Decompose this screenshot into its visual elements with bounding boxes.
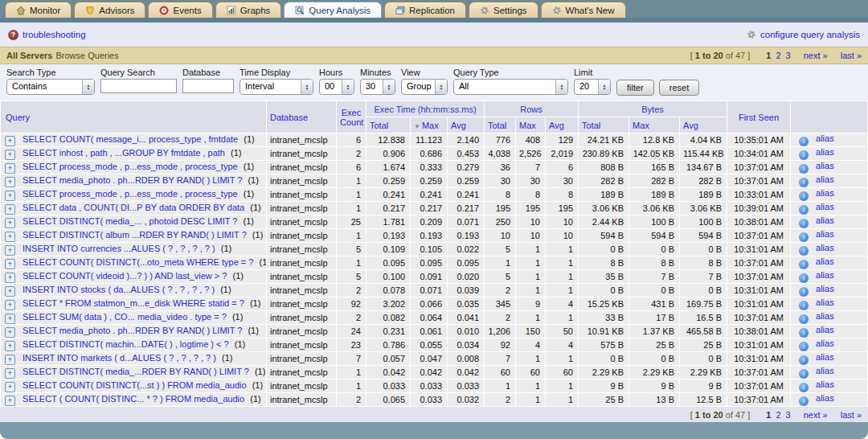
- sort-bytes-avg-header[interactable]: Avg: [683, 121, 698, 130]
- query-link[interactable]: SELECT ( COUNT( DISTINC... * ? ) FROM me…: [23, 394, 244, 404]
- expand-row-button[interactable]: +: [5, 163, 15, 174]
- sort-rows-avg-header[interactable]: Avg: [549, 121, 564, 130]
- time-display-select[interactable]: Interval ▲▼: [240, 79, 313, 95]
- alias-link[interactable]: alias: [816, 311, 834, 321]
- expand-row-button[interactable]: +: [5, 355, 15, 365]
- expand-row-button[interactable]: +: [5, 150, 15, 160]
- query-link[interactable]: INSERT INTO currencies ...ALUES ( ? , ? …: [23, 244, 215, 253]
- expand-row-button[interactable]: +: [5, 273, 15, 283]
- sort-query-header[interactable]: Query: [6, 113, 30, 122]
- sort-time-max-header[interactable]: Max: [422, 121, 439, 130]
- query-link[interactable]: SELECT DISTINCT( machin...DATE( ) , logt…: [23, 339, 229, 349]
- hours-select[interactable]: 00 ▲▼: [319, 79, 354, 95]
- sort-time-avg-header[interactable]: Avg: [451, 121, 466, 130]
- expand-row-button[interactable]: +: [5, 204, 15, 215]
- view-select[interactable]: Group ▲▼: [401, 79, 448, 95]
- query-link[interactable]: SELECT DISTINCT( album ...RDER BY RAND( …: [23, 230, 247, 240]
- configure-query-analysis-link[interactable]: configure query analysis: [760, 30, 860, 39]
- alias-link[interactable]: alias: [816, 393, 834, 403]
- query-link[interactable]: SELECT * FROM statmon_m...e_disk WHERE s…: [23, 298, 244, 308]
- tab-advisors[interactable]: Advisors: [74, 2, 145, 18]
- query-link[interactable]: SELECT COUNT( DISTINCT(...st ) ) FROM me…: [23, 380, 247, 390]
- tab-query-analysis[interactable]: Query Analysis: [284, 2, 382, 18]
- query-link[interactable]: SELECT SUM( data ) , CO... media_video .…: [23, 312, 227, 322]
- page-3-link[interactable]: 3: [786, 51, 791, 60]
- expand-row-button[interactable]: +: [5, 300, 15, 310]
- query-link[interactable]: SELECT COUNT( message_i... process_type …: [23, 134, 238, 144]
- last-page-link[interactable]: last »: [841, 410, 862, 420]
- alias-link[interactable]: alias: [816, 147, 834, 157]
- troubleshooting-link[interactable]: troubleshooting: [23, 30, 86, 39]
- sort-time-total-header[interactable]: Total: [370, 121, 388, 130]
- query-link[interactable]: INSERT INTO stocks ( da...ALUES ( ? , ? …: [23, 285, 215, 294]
- expand-row-button[interactable]: +: [5, 368, 15, 379]
- alias-link[interactable]: alias: [816, 133, 834, 143]
- alias-link[interactable]: alias: [816, 202, 834, 211]
- query-link[interactable]: INSERT INTO markets ( d...ALUES ( ? , ? …: [23, 353, 216, 363]
- alias-link[interactable]: alias: [816, 338, 834, 348]
- alias-link[interactable]: alias: [816, 297, 834, 307]
- alias-link[interactable]: alias: [816, 270, 834, 280]
- alias-link[interactable]: alias: [816, 284, 834, 293]
- alias-link[interactable]: alias: [816, 174, 834, 184]
- query-link[interactable]: SELECT COUNT( videoid )...? ) ) AND last…: [23, 271, 227, 281]
- tab-replication[interactable]: Replication: [384, 2, 466, 18]
- query-link[interactable]: SELECT media_photo . ph...RDER BY RAND( …: [23, 175, 242, 185]
- alias-link[interactable]: alias: [816, 256, 834, 266]
- sort-rows-total-header[interactable]: Total: [488, 121, 506, 130]
- sort-bytes-total-header[interactable]: Total: [582, 121, 600, 130]
- query-link[interactable]: SELECT data , COUNT( DI...P BY data ORDE…: [23, 203, 244, 212]
- query-link[interactable]: SELECT media_photo . ph...RDER BY RAND( …: [23, 326, 242, 335]
- limit-select[interactable]: 20 ▲▼: [574, 79, 611, 95]
- alias-link[interactable]: alias: [816, 215, 834, 225]
- reset-button[interactable]: reset: [659, 80, 699, 96]
- expand-row-button[interactable]: +: [5, 314, 15, 324]
- expand-row-button[interactable]: +: [5, 382, 15, 392]
- alias-link[interactable]: alias: [816, 161, 834, 170]
- alias-link[interactable]: alias: [816, 380, 834, 389]
- sort-rows-max-header[interactable]: Max: [519, 121, 536, 130]
- tab-whats-new[interactable]: What's New: [541, 2, 626, 18]
- page-2-link[interactable]: 2: [776, 410, 780, 420]
- search-type-select[interactable]: Contains ▲▼: [6, 79, 95, 95]
- sort-bytes-max-header[interactable]: Max: [633, 121, 649, 130]
- expand-row-button[interactable]: +: [5, 191, 15, 201]
- query-link[interactable]: SELECT COUNT( DISTINCT(...oto_meta WHERE…: [23, 257, 253, 267]
- query-link[interactable]: SELECT process_mode , p...ess_mode , pro…: [23, 162, 238, 171]
- next-page-link[interactable]: next »: [804, 410, 828, 420]
- query-type-select[interactable]: All ▲▼: [453, 79, 568, 95]
- expand-row-button[interactable]: +: [5, 245, 15, 256]
- expand-row-button[interactable]: +: [5, 341, 15, 351]
- query-link[interactable]: SELECT DISTINCT( media_... , photoid DES…: [23, 216, 237, 226]
- alias-link[interactable]: alias: [816, 352, 834, 362]
- alias-link[interactable]: alias: [816, 229, 834, 239]
- alias-link[interactable]: alias: [816, 188, 834, 198]
- expand-row-button[interactable]: +: [5, 218, 15, 228]
- alias-link[interactable]: alias: [816, 243, 834, 252]
- query-search-input[interactable]: [100, 79, 177, 93]
- query-link[interactable]: SELECT inhost , path , ...GROUP BY fmtda…: [23, 148, 225, 158]
- minutes-select[interactable]: 30 ▲▼: [360, 79, 395, 95]
- alias-link[interactable]: alias: [816, 325, 834, 334]
- tab-events[interactable]: Events: [148, 2, 212, 18]
- expand-row-button[interactable]: +: [5, 136, 15, 146]
- tab-monitor[interactable]: Monitor: [5, 2, 72, 18]
- query-link[interactable]: SELECT DISTINCT( media_...RDER BY RAND( …: [23, 367, 249, 376]
- query-link[interactable]: SELECT process_mode , p...ess_mode , pro…: [23, 189, 238, 199]
- expand-row-button[interactable]: +: [5, 232, 15, 242]
- sort-first-seen-header[interactable]: First Seen: [739, 113, 779, 122]
- tab-graphs[interactable]: Graphs: [215, 2, 282, 18]
- page-2-link[interactable]: 2: [776, 51, 780, 60]
- last-page-link[interactable]: last »: [841, 51, 862, 60]
- next-page-link[interactable]: next »: [804, 51, 828, 60]
- tab-settings[interactable]: Settings: [469, 2, 538, 18]
- expand-row-button[interactable]: +: [5, 396, 15, 406]
- expand-row-button[interactable]: +: [5, 177, 15, 187]
- sort-exec-count-header[interactable]: Exec Count: [340, 108, 363, 127]
- filter-button[interactable]: filter: [616, 80, 654, 96]
- database-input[interactable]: [182, 79, 234, 93]
- sort-database-header[interactable]: Database: [270, 113, 308, 122]
- expand-row-button[interactable]: +: [5, 286, 15, 297]
- expand-row-button[interactable]: +: [5, 259, 15, 269]
- expand-row-button[interactable]: +: [5, 327, 15, 338]
